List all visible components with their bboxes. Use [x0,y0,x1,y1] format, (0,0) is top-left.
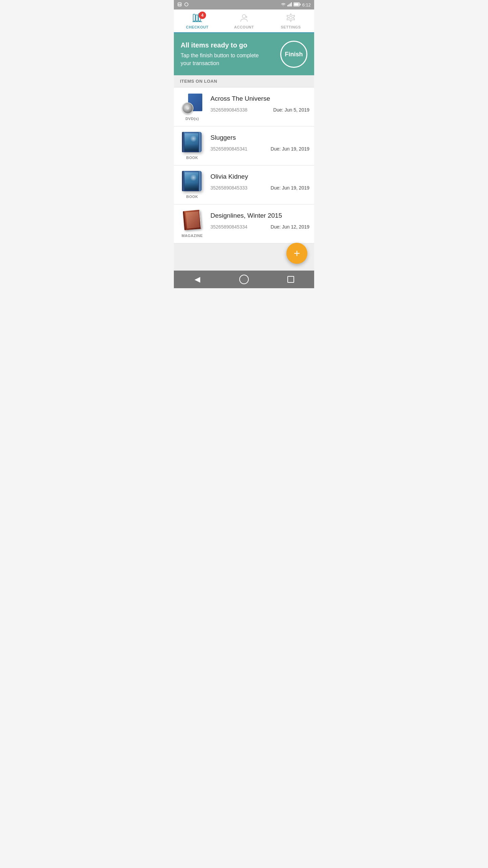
footer-space: + [174,243,314,271]
settings-icon [286,13,296,24]
item-type: BOOK [186,195,198,199]
tab-account[interactable]: ACCOUNT [221,9,267,32]
status-bar-left [177,2,189,8]
item-meta: 35265890845341 Due: Jun 19, 2019 [210,146,309,152]
svg-rect-10 [300,3,301,5]
banner: All items ready to go Tap the finish but… [174,33,314,75]
item-media-magazine: MAGAZINE [179,210,206,238]
account-label: ACCOUNT [234,25,254,29]
time: 6:12 [302,2,311,7]
item-barcode: 35265890845333 [210,185,247,191]
nav-bar: ◀ [174,271,314,288]
item-meta: 35265890845334 Due: Jun 12, 2019 [210,224,309,230]
item-type: BOOK [186,156,198,160]
book-icon [181,132,203,154]
item-title: Sluggers [210,134,309,141]
moon-icon [184,2,189,8]
tab-settings[interactable]: SETTINGS [267,9,314,32]
svg-point-18 [289,16,292,19]
svg-rect-5 [288,4,289,6]
fab-icon: + [294,248,300,259]
banner-title: All items ready to go [181,41,269,49]
checkout-badge: 4 [199,12,206,19]
home-circle-icon [239,275,249,284]
item-title: Across The Universe [210,95,309,102]
item-type: MAGAZINE [182,234,203,238]
tab-checkout[interactable]: 4 CHECKOUT [174,9,221,33]
svg-point-15 [242,15,246,18]
item-info: Designlines, Winter 2015 35265890845334 … [210,210,309,230]
account-icon [239,13,249,24]
item-media-dvd: DVD(s) [179,93,206,121]
item-due: Due: Jun 19, 2019 [271,185,309,191]
signal-icon [287,2,292,7]
item-media-book2: BOOK [179,171,206,199]
svg-rect-11 [193,14,195,21]
item-media-book: BOOK [179,132,206,160]
settings-label: SETTINGS [281,25,301,29]
finish-button[interactable]: Finish [280,41,307,68]
status-bar-right: 6:12 [281,2,311,7]
book-icon-2 [181,171,203,193]
item-barcode: 35265890845334 [210,224,247,230]
list-item: MAGAZINE Designlines, Winter 2015 352658… [174,204,314,243]
item-due: Due: Jun 12, 2019 [271,224,309,230]
battery-icon [293,2,301,7]
item-info: Across The Universe 35265890845338 Due: … [210,93,309,113]
add-item-button[interactable]: + [286,243,307,264]
item-meta: 35265890845333 Due: Jun 19, 2019 [210,185,309,191]
status-bar: 6:12 [174,0,314,9]
svg-rect-7 [291,2,292,6]
banner-description: Tap the finish button to complete your t… [181,52,269,67]
item-title: Designlines, Winter 2015 [210,212,309,219]
list-item: DVD(s) Across The Universe 3526589084533… [174,87,314,126]
section-header: ITEMS ON LOAN [174,75,314,87]
item-info: Sluggers 35265890845341 Due: Jun 19, 201… [210,132,309,152]
item-title: Olivia Kidney [210,173,309,180]
dvd-icon [181,93,203,115]
svg-rect-6 [290,3,291,6]
item-barcode: 35265890845341 [210,146,247,152]
list-item: BOOK Sluggers 35265890845341 Due: Jun 19… [174,126,314,165]
items-list: DVD(s) Across The Universe 3526589084533… [174,87,314,243]
svg-rect-2 [180,4,181,5]
svg-rect-9 [294,3,299,5]
svg-rect-4 [287,5,288,6]
list-item: BOOK Olivia Kidney 35265890845333 Due: J… [174,165,314,204]
banner-text: All items ready to go Tap the finish but… [181,41,269,67]
finish-label: Finish [285,51,303,58]
recents-square-icon [287,276,294,283]
item-due: Due: Jun 19, 2019 [271,146,309,152]
item-type: DVD(s) [185,117,199,121]
checkout-label: CHECKOUT [186,25,208,29]
item-barcode: 35265890845338 [210,107,247,113]
home-button[interactable] [236,271,252,288]
recents-button[interactable] [282,271,299,288]
svg-rect-1 [179,4,179,5]
item-info: Olivia Kidney 35265890845333 Due: Jun 19… [210,171,309,191]
svg-point-3 [185,3,188,6]
back-button[interactable]: ◀ [189,271,206,288]
sim-icon [177,2,182,8]
tab-bar: 4 CHECKOUT ACCOUNT [174,9,314,33]
svg-rect-0 [178,3,181,6]
wifi-icon [281,2,286,7]
item-meta: 35265890845338 Due: Jun 5, 2019 [210,107,309,113]
magazine-icon [181,210,203,232]
item-due: Due: Jun 5, 2019 [273,107,309,113]
svg-rect-12 [196,15,198,21]
